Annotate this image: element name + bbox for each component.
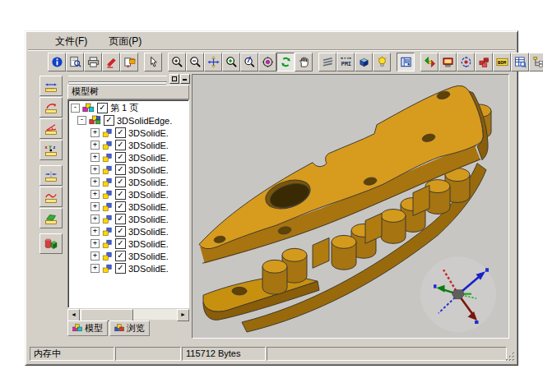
model-tab-icon [72, 324, 82, 333]
tree-row-part[interactable]: +✓3DSolidE. [68, 213, 188, 225]
tree-row-part[interactable]: +✓3DSolidE. [68, 262, 188, 274]
render-mode-button[interactable] [355, 53, 373, 71]
expand-box[interactable]: + [90, 165, 100, 174]
tab-browse[interactable]: 浏览 [109, 321, 150, 336]
visibility-checkbox[interactable]: ✓ [115, 214, 126, 224]
collapse-box[interactable]: - [77, 116, 86, 125]
visibility-checkbox[interactable]: ✓ [115, 152, 126, 163]
expand-box[interactable]: + [90, 264, 100, 273]
menu-file[interactable]: 文件(F) [53, 34, 90, 49]
expand-box[interactable]: + [90, 190, 100, 199]
panel-title: 模型树 [67, 85, 189, 99]
tree-row-part[interactable]: +✓3DSolidE. [68, 225, 188, 238]
expand-box[interactable]: + [90, 251, 100, 261]
tree-row-part[interactable]: +✓3DSolidE. [68, 164, 188, 176]
top-toolbar: PMI BOM [28, 49, 515, 74]
panel-drag-grip[interactable] [68, 76, 167, 82]
attribute-table-button[interactable] [511, 53, 529, 71]
rotate-center-button[interactable] [258, 53, 276, 71]
light-button[interactable] [373, 53, 391, 71]
tree-row-page[interactable]: - ✓ 第 1 页 [68, 102, 188, 114]
structure-tree-button[interactable] [529, 53, 543, 71]
viewport-canvas[interactable] [193, 75, 508, 338]
tree-row-part[interactable]: +✓3DSolidE. [68, 188, 188, 201]
measure-area-button[interactable] [39, 208, 63, 228]
panel-float-button[interactable] [169, 74, 179, 84]
measure-angle-button[interactable] [39, 118, 63, 139]
tab-model[interactable]: 模型 [67, 321, 108, 336]
pmi-button[interactable]: PMI [336, 53, 355, 71]
resize-grip[interactable] [505, 352, 516, 362]
tree-row-part[interactable]: +✓3DSolidE. [68, 139, 188, 151]
expand-box[interactable]: + [90, 239, 100, 248]
select-button[interactable] [144, 53, 162, 71]
visibility-checkbox[interactable]: ✓ [104, 115, 114, 126]
zoom-dynamic-button[interactable] [240, 53, 258, 71]
measure-distance-icon [44, 169, 58, 182]
measure-distance-button[interactable] [39, 165, 63, 186]
panel-hide-button[interactable] [180, 74, 190, 84]
scroll-thumb[interactable] [81, 309, 133, 321]
multi-instance-button[interactable] [475, 53, 493, 71]
scroll-track[interactable] [80, 309, 177, 320]
tree-row-part[interactable]: +✓3DSolidE. [68, 176, 188, 188]
tree-row-part[interactable]: +✓3DSolidE. [68, 127, 188, 139]
tree-label: 3DSolidE. [128, 251, 169, 261]
visibility-checkbox[interactable]: ✓ [115, 226, 126, 237]
bom-button[interactable]: BOM [493, 53, 511, 71]
print-preview-button[interactable] [66, 53, 84, 71]
orientation-gizmo[interactable] [420, 256, 496, 332]
expand-box[interactable]: + [90, 141, 100, 150]
visibility-checkbox[interactable]: ✓ [97, 103, 108, 113]
expand-box[interactable]: + [90, 153, 100, 162]
print-button[interactable] [84, 53, 102, 71]
tree-row-assembly[interactable]: - ✓ 3DSolidEdge. [68, 114, 188, 127]
expand-box[interactable]: + [90, 178, 100, 187]
section-button[interactable] [318, 53, 336, 71]
visibility-checkbox[interactable]: ✓ [115, 201, 126, 212]
visibility-checkbox[interactable]: ✓ [115, 140, 126, 150]
info-button[interactable] [48, 53, 66, 71]
explode-button[interactable] [420, 53, 439, 71]
markup-button[interactable] [102, 53, 120, 71]
visibility-checkbox[interactable]: ✓ [115, 164, 126, 175]
scroll-left-button[interactable]: ◄ [67, 309, 80, 321]
scroll-right-button[interactable]: ► [177, 309, 189, 321]
pan-button[interactable] [204, 53, 222, 71]
measure-volume-button[interactable] [39, 233, 63, 254]
menu-page[interactable]: 页面(P) [106, 34, 144, 49]
measure-radius-button[interactable] [39, 97, 63, 118]
expand-box[interactable]: + [90, 227, 100, 236]
measure-length-button[interactable] [39, 76, 63, 96]
viewport-3d[interactable] [192, 74, 509, 339]
tree-row-part[interactable]: +✓3DSolidE. [68, 151, 188, 164]
animation-button[interactable] [439, 53, 457, 71]
zoom-in-button[interactable] [168, 53, 186, 71]
tree-row-part[interactable]: +✓3DSolidE. [68, 250, 188, 262]
visibility-checkbox[interactable]: ✓ [115, 263, 126, 274]
measure-curve-length-button[interactable] [39, 187, 63, 207]
pan-hand-button[interactable] [295, 53, 313, 71]
tree-row-part[interactable]: +✓3DSolidE. [68, 201, 188, 213]
model-tree-toggle-button[interactable] [397, 53, 415, 71]
visibility-checkbox[interactable]: ✓ [115, 251, 126, 261]
tree-horizontal-scrollbar[interactable]: ◄ ► [67, 309, 189, 320]
visibility-checkbox[interactable]: ✓ [115, 238, 126, 249]
expand-box[interactable]: + [90, 128, 100, 137]
panel-titlebar[interactable] [67, 74, 190, 84]
measure-coordinate-button[interactable]: xyz [39, 140, 63, 160]
zoom-out-button[interactable] [186, 53, 204, 71]
rotate-view-button[interactable] [276, 53, 295, 71]
collapse-box[interactable]: - [71, 104, 80, 113]
part-node-icon [102, 251, 113, 261]
export-button[interactable] [120, 53, 138, 71]
expand-box[interactable]: + [90, 214, 100, 224]
visibility-checkbox[interactable]: ✓ [115, 177, 126, 187]
svg-text:z: z [53, 144, 56, 149]
visibility-checkbox[interactable]: ✓ [115, 189, 126, 200]
spin-view-button[interactable] [457, 53, 475, 71]
tree-row-part[interactable]: +✓3DSolidE. [68, 238, 188, 250]
visibility-checkbox[interactable]: ✓ [115, 127, 126, 138]
zoom-window-button[interactable] [222, 53, 240, 71]
expand-box[interactable]: + [90, 202, 100, 211]
